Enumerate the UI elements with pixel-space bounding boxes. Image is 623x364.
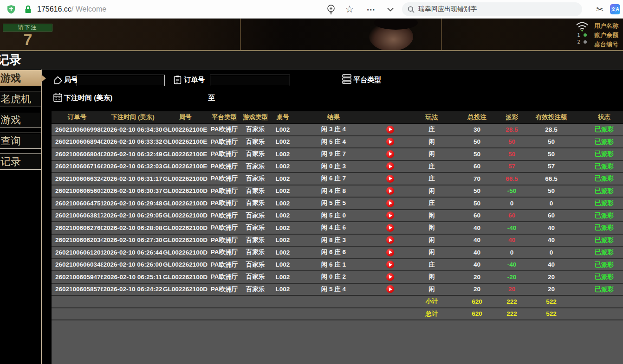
signal-dot (584, 33, 587, 37)
cell-bet-side: 闲 (409, 210, 455, 222)
cell-bet-side: 闲 (409, 246, 455, 259)
chevron-down-icon[interactable] (384, 0, 396, 19)
page-header: 记录 (0, 51, 623, 70)
table-row: 260210060612017 2026-02-10 06:26:44 GL00… (52, 246, 623, 259)
replay-button[interactable] (386, 249, 394, 256)
cell-total-bet: 50 (455, 136, 499, 148)
cell-table-id: L002 (270, 210, 296, 222)
round-input[interactable] (77, 75, 165, 86)
cell-replay (371, 136, 409, 148)
grand-total-payout: 222 (499, 308, 525, 320)
column-header: 状态 (578, 111, 623, 123)
scene-decoration (441, 19, 442, 51)
shield-plus-icon[interactable] (6, 0, 16, 19)
play-icon (389, 250, 392, 254)
cell-replay (371, 222, 409, 234)
subtotal-valid-bet: 522 (525, 295, 578, 308)
cell-order-number: 260210060656033 (52, 185, 103, 198)
replay-button[interactable] (386, 261, 394, 268)
search-query: 瑞幸回应出现错别字 (418, 5, 477, 13)
replay-button[interactable] (386, 138, 394, 146)
cell-total-bet: 30 (455, 123, 499, 136)
cell-total-bet: 60 (455, 210, 499, 222)
table-row: 260210060594763 2026-02-10 06:25:11 GL00… (52, 271, 623, 283)
replay-button[interactable] (386, 285, 394, 293)
cell-payout: 0 (499, 246, 525, 259)
cell-status: 已派彩 (578, 234, 623, 247)
cell-round-id: GL002262100DR (163, 271, 208, 283)
cell-payout: 0 (499, 197, 525, 210)
cell-game-type: 百家乐 (241, 123, 270, 136)
cell-valid-bet: 40 (525, 259, 578, 271)
cell-platform: PA欧洲厅 (208, 271, 241, 283)
cell-order-number: 260210060612017 (52, 246, 103, 259)
cell-platform: PA欧洲厅 (208, 197, 241, 210)
cell-total-bet: 40 (455, 234, 499, 247)
cell-result: 闲 6 庄 1 (296, 259, 371, 271)
replay-button[interactable] (386, 175, 394, 183)
cell-status: 已派彩 (578, 271, 623, 283)
subtotal-payout: 222 (499, 295, 525, 308)
bet-time-filter-label: 下注时间 (美东) (64, 94, 112, 102)
cell-order-number: 260210060594763 (52, 271, 103, 283)
favorite-star-icon[interactable]: ☆ (344, 0, 356, 19)
cell-platform: PA欧洲厅 (208, 222, 241, 234)
cell-payout: -50 (499, 185, 525, 198)
cell-round-id: GL002262100DS (163, 259, 208, 271)
sidebar-item[interactable]: 查询 (0, 133, 41, 149)
table-header-row: 订单号 下注时间 (美东) 局号 平台类型 游戏类型 桌号 结果 玩法 总投注 … (52, 111, 623, 123)
cell-bet-time: 2026-02-10 06:34:30 (103, 123, 163, 136)
cell-result: 闲 3 庄 4 (296, 123, 371, 136)
cell-replay (371, 259, 409, 271)
cell-bet-side: 闲 (409, 136, 455, 148)
more-menu-icon[interactable]: ⋯ (365, 0, 377, 19)
cell-game-type: 百家乐 (241, 172, 270, 185)
cell-result: 闲 6 庄 7 (296, 172, 371, 185)
replay-button[interactable] (386, 236, 394, 244)
cell-platform: PA欧洲厅 (208, 123, 241, 136)
sidebar-item[interactable]: 游戏 (0, 112, 41, 128)
cell-bet-time: 2026-02-10 06:29:05 (103, 210, 163, 222)
play-icon (389, 201, 392, 205)
replay-button[interactable] (386, 224, 394, 232)
cell-order-number: 260210060647514 (52, 197, 103, 210)
enhance-icon[interactable] (326, 0, 336, 19)
translate-icon[interactable]: 文A (610, 0, 621, 19)
replay-button[interactable] (386, 150, 394, 158)
table-row: 260210060656033 2026-02-10 06:30:37 GL00… (52, 185, 623, 198)
column-header: 订单号 (52, 111, 103, 123)
cell-round-id: GL002262100DV (163, 222, 208, 234)
account-info-label: 用户名称 (594, 21, 623, 31)
cell-round-id: GL002262100DY (163, 185, 208, 198)
cell-result: 闲 0 庄 2 (296, 271, 371, 283)
cell-round-id: GL002262100DU (163, 234, 208, 247)
cell-platform: PA欧洲厅 (208, 234, 241, 247)
cell-round-id: GL002262100DX (163, 197, 208, 210)
order-input[interactable] (210, 75, 290, 86)
cell-bet-time: 2026-02-10 06:27:30 (103, 234, 163, 247)
sidebar-item-label: 查询 (0, 134, 21, 148)
sidebar-item[interactable]: 记录 (0, 153, 41, 170)
cell-table-id: L002 (270, 197, 296, 210)
cell-result: 闲 5 庄 5 (296, 197, 371, 210)
cell-replay (371, 123, 409, 136)
column-header: 玩法 (409, 111, 455, 123)
replay-button[interactable] (386, 187, 394, 195)
address-bar[interactable]: 175616.cc / Welcome (37, 0, 106, 19)
scissors-icon[interactable]: ✂ (594, 0, 605, 19)
replay-button[interactable] (386, 199, 394, 207)
replay-button[interactable] (386, 162, 394, 170)
cell-bet-side: 闲 (409, 283, 455, 296)
replay-button[interactable] (386, 126, 394, 134)
cell-replay (371, 185, 409, 198)
signal-row: 2 (574, 38, 591, 45)
replay-button[interactable] (386, 211, 394, 219)
replay-button[interactable] (386, 273, 394, 281)
lock-icon (24, 0, 32, 19)
column-header: 游戏类型 (241, 111, 270, 123)
round-filter-label: 局号 (64, 76, 78, 84)
cell-payout: -40 (499, 259, 525, 271)
search-box[interactable]: 瑞幸回应出现错别字 (402, 2, 582, 16)
cell-bet-side: 庄 (409, 123, 455, 136)
cell-valid-bet: 0 (525, 197, 578, 210)
